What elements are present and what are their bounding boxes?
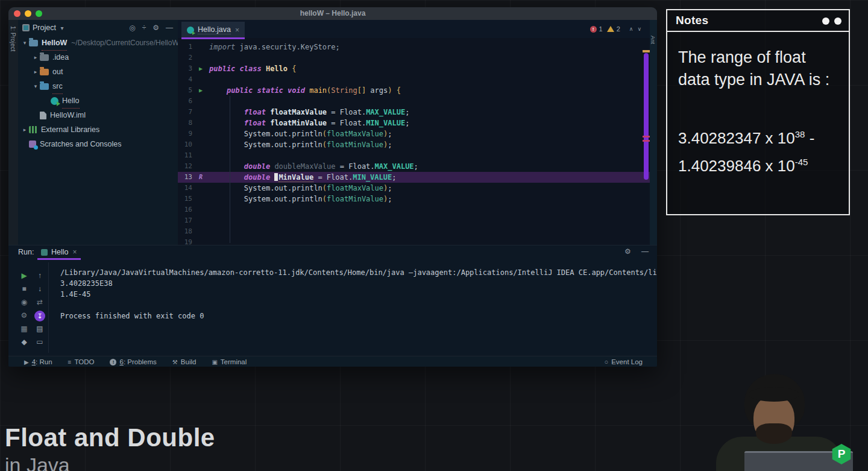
statusbar-terminal-button[interactable]: ▣Terminal [212,358,247,365]
stripe-error-mark[interactable] [643,136,650,138]
tree-item-path: ~/Desktop/CurrentCourse/HelloW [71,36,178,50]
code-area[interactable]: 1import java.security.KeyStore;23▶public… [178,38,650,245]
error-icon[interactable]: ! [590,26,597,33]
build-settings-icon[interactable]: ⚙ [18,309,30,323]
tree-item-src[interactable]: ▾src [18,79,178,93]
notes-panel: Notes The range of float data type in JA… [666,9,850,215]
pin-icon[interactable]: ◆ [18,336,30,349]
tree-item-out[interactable]: ▸out [18,65,178,79]
stripe-warning-mark[interactable] [643,50,650,52]
line-number: 2 [178,52,192,63]
down-stack-icon[interactable]: ↓ [34,283,46,296]
code-line-12: 12 double doubleMaxValue = Float.MAX_VAL… [178,161,650,172]
project-tree: ▾HelloW~/Desktop/CurrentCourse/HelloW▸.i… [18,36,178,151]
record-dot-icon [834,17,841,25]
tree-item-scratches[interactable]: Scratches and Consoles [18,137,178,151]
indent-guide [230,96,230,243]
tab-hello-java[interactable]: Hello.java × [181,22,245,38]
titlebar: helloW – Hello.java [8,7,657,20]
hide-panel-icon[interactable]: — [166,20,173,36]
next-issue-icon[interactable]: ∨ [637,26,641,32]
chevron-down-icon[interactable]: ▾ [60,25,63,31]
tree-item-external-libraries[interactable]: ▸External Libraries [18,122,178,137]
console-line: Process finished with exit code 0 [60,311,657,321]
statusbar-label: Build [181,358,197,365]
tab-label: Hello.java [198,25,231,34]
collapse-all-icon[interactable]: ÷ [142,20,146,36]
tree-item-hello-class[interactable]: Hello [18,93,178,108]
gutter [192,161,209,172]
statusbar-build-button[interactable]: ⚒Build [172,358,197,365]
tree-item-hellow-root[interactable]: ▾HelloW~/Desktop/CurrentCourse/HelloW [18,36,178,50]
tree-chevron-icon[interactable]: ▾ [20,36,29,50]
run-tab-hello[interactable]: Hello × [37,245,81,259]
scroll-to-end-icon[interactable]: ↧ [34,311,45,321]
project-view-icon [22,24,30,31]
clear-icon[interactable]: ▭ [34,336,46,349]
line-number: 3 [178,63,192,74]
up-stack-icon[interactable]: ↑ [34,270,46,283]
run-toolbar-right: ↑↓⇄↧▤▭ [34,270,46,349]
prev-issue-icon[interactable]: ∧ [629,26,634,32]
notes-line: The range of float [678,46,838,69]
tree-item-label: .idea [52,50,69,65]
stage: helloW – Hello.java 1: Project 7: Struct… [0,0,868,471]
range-max-base: 3.40282347 x 10 [678,129,795,147]
print-icon[interactable]: ▤ [34,323,46,336]
line-number: 9 [178,128,192,139]
editor-scrollbar[interactable] [644,53,649,180]
locate-icon[interactable]: ◎ [129,20,135,36]
run-settings-icon[interactable]: ⚙ [624,247,631,256]
code-line-15: 15 System.out.println(floatMinValue); [178,194,650,204]
statusbar-problems-button[interactable]: !6: Problems [110,358,156,365]
warning-icon[interactable] [607,26,614,32]
code-line-6: 6 [178,96,650,107]
softwrap-icon[interactable]: ⇄ [34,296,46,309]
java-class-icon [187,27,194,34]
tree-chevron-icon[interactable]: ▸ [20,122,29,137]
stop-icon[interactable]: ■ [18,283,30,296]
line-number: 5 [178,85,192,96]
gutter [192,42,209,52]
statusbar-todo-button[interactable]: ≡TODO [68,358,95,365]
camera-icon[interactable]: ◉ [18,296,30,309]
tree-item-hellow-iml[interactable]: HelloW.iml [18,108,178,122]
run-icon: ▶ [24,359,29,365]
statusbar-run-button[interactable]: ▶4: Run [24,358,52,365]
status-bar: ▶4: Run≡TODO!6: Problems⚒Build▣Terminal … [8,356,657,367]
gutter [192,107,209,118]
run-console[interactable]: /Library/Java/JavaVirtualMachines/amazon… [53,267,657,356]
rerun-icon[interactable]: ▶ [18,270,30,283]
folder-src-icon [40,83,49,90]
tool-tab-project[interactable]: 1: Project [10,26,16,51]
build-icon: ⚒ [172,359,178,365]
run-line-icon[interactable]: ▶ [192,63,209,74]
tree-chevron-icon[interactable]: ▸ [31,50,40,65]
tree-item-idea[interactable]: ▸.idea [18,50,178,65]
line-number: 8 [178,118,192,128]
tree-chevron-icon[interactable]: ▸ [31,65,40,79]
tree-chevron-icon[interactable]: ▾ [31,79,40,93]
restore-layout-icon[interactable]: ▦ [18,323,30,336]
pw-logo-letter: P [838,447,846,461]
run-line-icon[interactable]: ▶ [192,85,209,96]
rename-hint-icon[interactable]: R [192,172,209,183]
close-run-tab-icon[interactable]: × [73,248,77,256]
code-line-3: 3▶public class Hello { [178,63,650,74]
record-dot-icon [822,17,829,25]
stripe-error-mark[interactable] [643,140,650,142]
run-panel-header: Run: Hello × ⚙ — [8,245,657,260]
editor-tab-bar: Hello.java × ! 1 2 ∧ ∨ [178,20,650,38]
settings-icon[interactable]: ⚙ [153,20,159,36]
editor[interactable]: Hello.java × ! 1 2 ∧ ∨ 1import java.secu… [178,20,650,245]
close-tab-icon[interactable]: × [235,26,239,34]
tool-tab-ant[interactable]: Ant [650,36,656,44]
gutter [192,150,209,161]
toolbar-divider [48,262,49,353]
project-panel-header[interactable]: Project ▾ ◎÷⚙— [18,20,178,36]
event-log-button[interactable]: ○ Event Log [605,356,643,367]
hide-run-panel-icon[interactable]: — [641,247,649,256]
code-line-10: 10 System.out.println(floatMinValue); [178,139,650,150]
project-panel-title: Project [33,24,56,32]
range-max-exp: 38 [795,129,805,139]
